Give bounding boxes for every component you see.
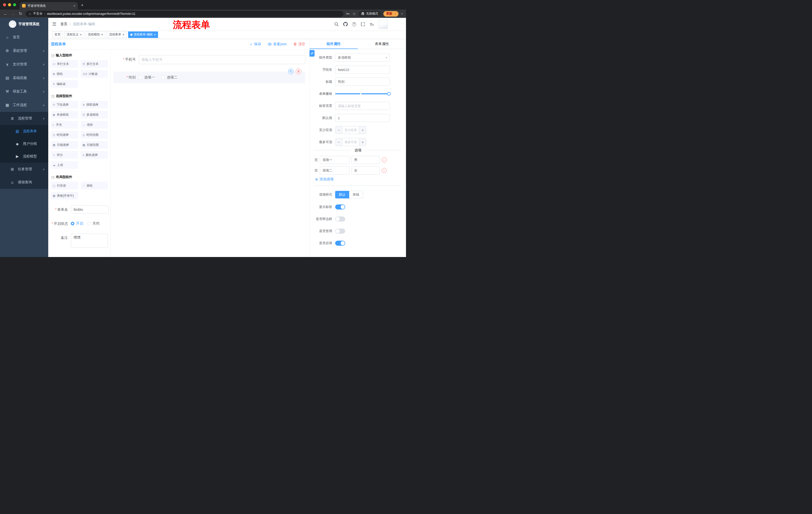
remove-option-button[interactable]: −	[382, 168, 387, 173]
stepper-placeholder[interactable]: 最多可选	[343, 138, 359, 146]
palette-item[interactable]: ▦日期选择	[51, 141, 78, 148]
security-label[interactable]: 不安全	[33, 11, 43, 16]
tag-process-model[interactable]: 流程模型 ×	[86, 31, 106, 38]
tab-form-props[interactable]: 表单属性	[358, 39, 406, 49]
component-type-select[interactable]: 多选框组 ▾	[335, 54, 390, 62]
tag-process-form[interactable]: 流程表单 ×	[107, 31, 127, 38]
browser-tab[interactable]: 芋道管理系统 ×	[20, 2, 78, 9]
phone-input[interactable]	[139, 55, 305, 64]
drag-handle-icon[interactable]: ☰	[315, 168, 318, 172]
tag-process-definition[interactable]: 流程定义 ×	[64, 31, 84, 38]
toolbar-chevron-icon[interactable]: ∨	[401, 12, 403, 15]
style-default-button[interactable]: 默认	[335, 191, 349, 198]
help-icon[interactable]: ?	[352, 22, 356, 26]
palette-item[interactable]: ▦表格[开发中]	[51, 192, 78, 199]
save-button[interactable]: ✓ 保存	[250, 42, 261, 47]
palette-item[interactable]: ▭单行文本	[51, 60, 78, 67]
option2-checkbox[interactable]	[161, 76, 165, 79]
label-width-input[interactable]	[335, 102, 390, 110]
remove-option-button[interactable]: −	[382, 157, 387, 162]
show-label-switch[interactable]	[335, 205, 345, 210]
title-input[interactable]	[335, 78, 390, 86]
required-switch[interactable]	[335, 241, 345, 246]
palette-item[interactable]: ◶时间范围	[81, 131, 108, 139]
sidebar-item-devtools[interactable]: ⚒ 研发工具 ∨	[0, 85, 48, 98]
sidebar-item-process-model[interactable]: ▶ 流程模型	[0, 150, 48, 163]
close-icon[interactable]: ×	[154, 33, 156, 36]
browser-menu-icon[interactable]: ⋮	[394, 12, 397, 16]
sidebar-item-home[interactable]: ⌂ 首页	[0, 30, 48, 44]
bookmark-star-icon[interactable]: ☆	[352, 11, 355, 16]
increase-button[interactable]: +	[359, 126, 366, 134]
disabled-switch[interactable]	[335, 228, 345, 234]
palette-item[interactable]: ☆评分	[51, 151, 78, 159]
font-size-icon[interactable]: TT	[369, 22, 374, 27]
clear-button[interactable]: 清空	[293, 42, 305, 47]
palette-item[interactable]: 123计数器	[81, 70, 108, 78]
sidebar-item-infrastructure[interactable]: ▤ 基础设施 ∨	[0, 71, 48, 85]
palette-item[interactable]: ☑多选框组	[81, 111, 108, 118]
sidebar-item-user-group[interactable]: ☻ 用户分组	[0, 138, 48, 150]
form-name-input[interactable]	[71, 206, 109, 214]
phone-field-row[interactable]: *手机号	[114, 55, 305, 64]
update-button[interactable]: 更新 ⋮	[383, 11, 399, 17]
zoom-window-button[interactable]	[13, 3, 16, 6]
status-on-radio[interactable]	[71, 222, 75, 225]
palette-item[interactable]: ◕颜色选择	[81, 151, 108, 159]
close-icon[interactable]: ×	[122, 33, 124, 36]
close-icon[interactable]: ×	[80, 33, 82, 36]
address-bar[interactable]: ⚠ 不安全 | dashboard.yudao.iocoder.cn/bpm/m…	[26, 11, 343, 17]
style-button-button[interactable]: 按钮	[349, 191, 363, 198]
palette-item[interactable]: ◉单选框组	[51, 111, 78, 118]
forward-button[interactable]: →	[10, 11, 16, 16]
tag-home[interactable]: 首页	[52, 31, 63, 38]
tab-close-icon[interactable]: ×	[74, 4, 76, 8]
tab-component-props[interactable]: 组件属性	[310, 39, 358, 49]
stepper-placeholder[interactable]: 至少应选	[343, 126, 359, 134]
remark-textarea[interactable]: 嘿嘿	[71, 234, 108, 248]
field-name-input[interactable]	[335, 65, 390, 74]
close-icon[interactable]: ×	[101, 33, 103, 36]
link-badge[interactable]	[310, 50, 315, 57]
copy-component-button[interactable]	[288, 69, 294, 74]
border-switch[interactable]	[335, 217, 345, 221]
sidebar-item-task-management[interactable]: ⊞ 任务管理 ∨	[0, 163, 48, 176]
form-canvas[interactable]: *手机号 *性别 选项一 选项二	[111, 50, 309, 257]
option1-checkbox[interactable]	[139, 76, 142, 79]
palette-item[interactable]: ↔滑块	[81, 121, 108, 129]
palette-item[interactable]: ⊠密码	[51, 70, 78, 78]
grid-slider[interactable]	[335, 90, 390, 98]
add-option-button[interactable]: ⊕ 添加选项	[315, 177, 402, 182]
new-tab-button[interactable]: +	[81, 3, 84, 8]
sidebar-item-leave-query[interactable]: ☺ 请假查询	[0, 176, 48, 189]
back-button[interactable]: ←	[3, 11, 8, 16]
minimize-window-button[interactable]	[8, 3, 11, 6]
sidebar-item-process-management[interactable]: ≣ 流程管理 ∧	[0, 112, 48, 125]
palette-item[interactable]: ◐开关	[51, 121, 78, 129]
option2-label[interactable]: 选项二	[167, 75, 177, 80]
view-json-button[interactable]: 查看json	[267, 42, 287, 47]
status-off-radio[interactable]	[87, 222, 91, 225]
search-icon[interactable]	[334, 22, 339, 27]
close-window-button[interactable]	[3, 3, 6, 6]
tag-process-form-edit[interactable]: 流程表单-编辑 ×	[128, 31, 158, 38]
palette-item[interactable]: ⊙下拉选择	[51, 101, 78, 108]
github-icon[interactable]	[343, 22, 348, 27]
palette-item[interactable]: ▩日期范围	[81, 141, 108, 148]
palette-item[interactable]: ▢行容器	[51, 182, 78, 189]
palette-item[interactable]: ☰多行文本	[81, 60, 108, 67]
sidebar-item-workflow[interactable]: ▦ 工作流程 ∧	[0, 98, 48, 112]
hamburger-icon[interactable]: ☰	[48, 21, 60, 27]
decrease-button[interactable]: −	[336, 126, 343, 134]
slider-handle[interactable]	[387, 92, 391, 96]
option-value-input[interactable]	[351, 156, 380, 164]
option-name-input[interactable]	[320, 156, 349, 164]
option-value-input[interactable]	[351, 166, 380, 174]
palette-item[interactable]: ⋔级联选择	[81, 101, 108, 108]
gender-field-row[interactable]: *性别 选项一 选项二	[114, 72, 305, 83]
user-avatar[interactable]	[378, 19, 388, 29]
drag-handle-icon[interactable]: ☰	[315, 158, 318, 162]
status-off-label[interactable]: 关闭	[92, 221, 99, 226]
palette-item[interactable]: ☞按钮	[81, 182, 108, 189]
sidebar-item-process-form[interactable]: ▥ 流程表单	[0, 125, 48, 138]
